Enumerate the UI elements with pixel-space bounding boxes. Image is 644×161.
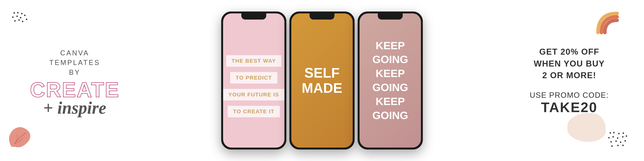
phone-gold-screen: SELFMADE: [291, 14, 353, 148]
promo-text: GET 20% OFF WHEN YOU BUY 2 OR MORE!: [530, 46, 609, 81]
left-section: CANVATEMPLATESBY CREATE + inspire: [0, 0, 150, 161]
phone-gold: SELFMADE: [290, 12, 354, 150]
svg-rect-23: [624, 140, 626, 142]
promo-line3: 2 OR MORE!: [542, 70, 596, 80]
svg-rect-19: [626, 135, 627, 137]
promo-code-label: USE PROMO CODE:: [530, 91, 609, 100]
promo-line1: GET 20% OFF: [539, 47, 599, 56]
phone-gold-notch: [310, 14, 334, 20]
brand-block: CANVATEMPLATESBY CREATE + inspire: [30, 48, 120, 116]
phone-pink-notch: [241, 14, 266, 20]
page-wrapper: CANVATEMPLATESBY CREATE + inspire: [0, 0, 644, 161]
svg-rect-0: [14, 12, 15, 14]
promo-block: GET 20% OFF WHEN YOU BUY 2 OR MORE! USE …: [530, 46, 609, 115]
self-made-text: SELFMADE: [302, 65, 342, 96]
canva-templates-label: CANVATEMPLATESBY: [30, 48, 120, 77]
quote-box-2: TO PREDICT: [230, 72, 277, 84]
brand-create: CREATE: [30, 79, 120, 100]
quote-box-1: THE BEST WAY: [226, 55, 281, 67]
quote-line-3: YOUR FUTURE IS: [228, 92, 279, 98]
phone-mauve-screen: KEEP GOINGKEEP GOINGKEEP GOING: [360, 14, 421, 148]
svg-rect-24: [611, 145, 613, 147]
svg-rect-2: [21, 13, 22, 14]
svg-rect-25: [617, 145, 619, 146]
svg-rect-3: [12, 16, 14, 18]
svg-rect-12: [613, 132, 615, 134]
center-section: THE BEST WAY TO PREDICT YOUR FUTURE IS T…: [150, 0, 494, 161]
svg-rect-26: [622, 144, 624, 146]
quote-line-4: TO CREATE IT: [233, 108, 274, 114]
phone-pink: THE BEST WAY TO PREDICT YOUR FUTURE IS T…: [221, 12, 286, 150]
deco-leaf-bottomleft: [8, 126, 34, 150]
deco-rainbow: [594, 6, 632, 37]
quote-line-2: TO PREDICT: [236, 75, 272, 81]
svg-rect-14: [622, 132, 624, 134]
svg-rect-6: [24, 14, 26, 16]
svg-rect-8: [18, 19, 20, 21]
promo-line2: WHEN YOU BUY: [534, 59, 605, 68]
deco-dots-bottomright: [608, 132, 629, 150]
phone-mauve: KEEP GOINGKEEP GOINGKEEP GOING: [358, 12, 423, 150]
svg-rect-21: [615, 140, 617, 142]
deco-blob: [567, 113, 606, 142]
svg-rect-15: [608, 137, 610, 138]
phone-pink-screen: THE BEST WAY TO PREDICT YOUR FUTURE IS T…: [223, 14, 284, 148]
quote-line-1: THE BEST WAY: [232, 58, 276, 64]
quote-box-3: YOUR FUTURE IS: [223, 89, 284, 100]
svg-rect-13: [618, 133, 620, 134]
deco-dots-topleft: [12, 12, 31, 28]
svg-rect-10: [26, 18, 28, 20]
quote-box-4: TO CREATE IT: [228, 106, 280, 117]
svg-rect-22: [620, 142, 622, 143]
brand-inspire: + inspire: [43, 99, 106, 116]
svg-rect-5: [20, 17, 22, 18]
svg-rect-17: [617, 137, 618, 139]
svg-rect-20: [610, 141, 612, 142]
promo-code-value: TAKE20: [530, 100, 609, 115]
keep-going-text: KEEP GOINGKEEP GOINGKEEP GOING: [360, 39, 421, 122]
svg-rect-18: [622, 136, 624, 138]
svg-rect-1: [17, 12, 18, 14]
svg-rect-9: [22, 21, 24, 22]
phone-mauve-notch: [378, 14, 403, 20]
svg-rect-4: [16, 16, 18, 17]
right-section: GET 20% OFF WHEN YOU BUY 2 OR MORE! USE …: [494, 0, 644, 161]
svg-rect-16: [612, 136, 614, 138]
svg-rect-11: [610, 132, 611, 134]
svg-rect-7: [14, 20, 16, 22]
